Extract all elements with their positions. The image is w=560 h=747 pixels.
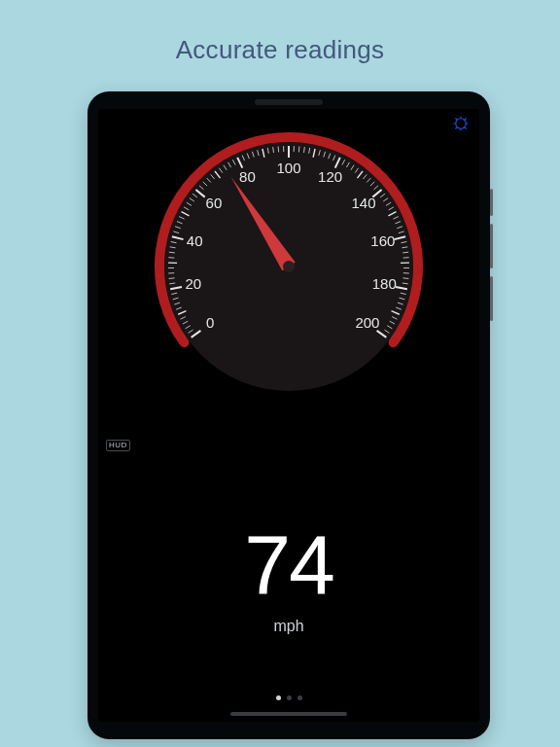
device-side-button (490, 224, 493, 268)
svg-text:160: 160 (370, 232, 395, 249)
speed-readout: 74 mph (98, 527, 479, 635)
app-screen: 020406080100120140160180200 HUD 74 mph (98, 109, 479, 722)
svg-line-62 (298, 146, 299, 152)
speed-unit: mph (98, 618, 479, 635)
page-indicator[interactable] (98, 695, 479, 700)
speedometer-gauge: 020406080100120140160180200 (143, 121, 435, 412)
svg-line-6 (465, 127, 467, 129)
svg-line-7 (455, 127, 457, 129)
svg-text:40: 40 (187, 232, 203, 249)
svg-point-123 (283, 261, 295, 272)
device-side-button (490, 189, 493, 216)
svg-text:80: 80 (239, 168, 256, 185)
svg-text:200: 200 (355, 314, 379, 331)
marketing-headline: Accurate readings (0, 35, 560, 65)
svg-line-58 (278, 146, 279, 152)
svg-line-8 (465, 118, 467, 120)
svg-text:120: 120 (318, 168, 342, 185)
tablet-mock: 020406080100120140160180200 HUD 74 mph (88, 91, 490, 739)
svg-text:20: 20 (185, 275, 201, 292)
settings-button[interactable] (452, 115, 470, 132)
svg-text:180: 180 (372, 275, 397, 292)
speed-value: 74 (98, 527, 479, 602)
device-camera-strip (255, 99, 323, 105)
svg-text:140: 140 (352, 195, 376, 211)
svg-text:60: 60 (206, 195, 223, 211)
svg-text:0: 0 (206, 314, 214, 331)
svg-text:100: 100 (276, 160, 300, 176)
svg-point-0 (456, 119, 467, 129)
device-side-button (490, 276, 493, 321)
page-dot[interactable] (287, 695, 292, 700)
home-indicator (230, 712, 347, 716)
svg-line-5 (455, 118, 457, 120)
page-dot[interactable] (298, 695, 302, 700)
page-dot[interactable] (276, 695, 281, 700)
gear-icon (452, 115, 470, 132)
hud-toggle[interactable]: HUD (106, 440, 130, 451)
